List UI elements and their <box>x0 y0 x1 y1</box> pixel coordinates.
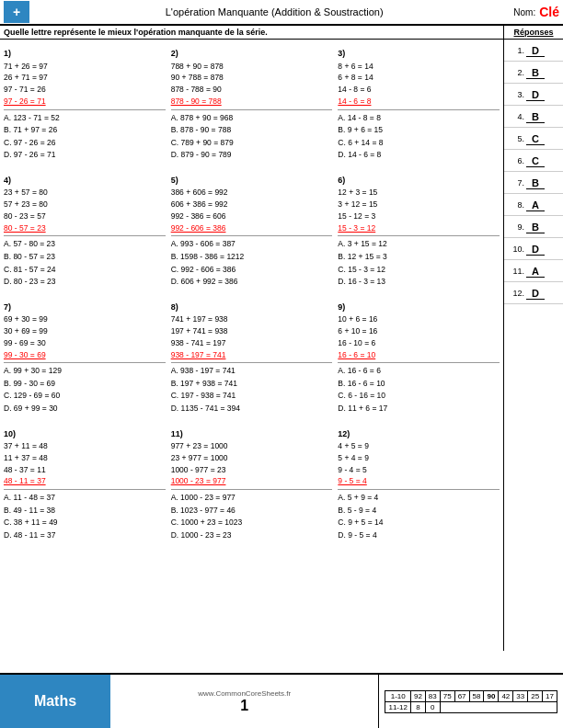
response-val: A <box>532 266 539 277</box>
response-val: D <box>532 244 539 255</box>
equation-line: 9 - 4 = 5 <box>338 464 500 476</box>
equation-line: 4 + 5 = 9 <box>338 440 500 452</box>
problem-num: 11) <box>171 429 183 438</box>
answer-choice: D. 606 + 992 = 386 <box>171 276 333 289</box>
answer-choice: B. 197 + 938 = 741 <box>171 378 333 391</box>
answer-choice: C. 197 - 938 = 741 <box>171 390 333 403</box>
response-line: D <box>526 287 545 300</box>
score-v6: 90 <box>484 690 499 701</box>
answer-choice: B. 1023 - 977 = 46 <box>171 505 333 518</box>
equation-line: 23 + 977 = 1000 <box>171 452 333 464</box>
problem-block: 12) 4 + 5 = 95 + 4 = 99 - 4 = 59 - 5 = 4… <box>338 428 500 542</box>
answer-choice: D. 69 + 99 = 30 <box>4 403 166 415</box>
problem-num: 3) <box>338 49 345 58</box>
answer-choice: A. 1000 - 23 = 977 <box>171 492 333 505</box>
response-num: 5. <box>508 134 524 143</box>
answer-choice: C. 6 + 14 = 8 <box>338 137 500 150</box>
equation-line: 48 - 37 = 11 <box>4 464 166 476</box>
answer-choice: B. 16 - 6 = 10 <box>338 378 500 391</box>
footer-page: 1 <box>240 698 248 714</box>
answer-choices: A. 11 - 48 = 37B. 49 - 11 = 38C. 38 + 11… <box>4 489 166 541</box>
equation-line: 12 + 3 = 15 <box>338 187 500 199</box>
answer-choice: A. 123 - 71 = 52 <box>4 112 166 125</box>
problem-num: 8) <box>171 302 178 312</box>
problem-num: 5) <box>171 176 178 185</box>
answer-choice: B. 99 - 30 = 69 <box>4 378 166 391</box>
equation-line: 16 - 10 = 6 <box>338 337 500 349</box>
response-line: D <box>526 243 545 256</box>
equation-line: 386 + 606 = 992 <box>171 187 333 199</box>
equation-line: 26 + 71 = 97 <box>4 72 166 84</box>
answer-choices: A. 57 - 80 = 23B. 80 - 57 = 23C. 81 - 57… <box>4 235 166 288</box>
score-v10: 17 <box>543 690 557 701</box>
score-range-1: 1-10 <box>385 690 410 701</box>
problem-block: 10) 37 + 11 = 4811 + 37 = 4848 - 37 = 11… <box>4 428 166 542</box>
highlight-equation: 15 - 3 = 12 <box>338 222 500 234</box>
answer-choice: D. 1000 - 23 = 23 <box>171 529 333 542</box>
equation-line: 71 + 26 = 97 <box>4 61 166 73</box>
answer-choices: A. 3 + 15 = 12B. 12 + 15 = 3C. 15 - 3 = … <box>338 235 500 288</box>
response-val: D <box>532 45 539 56</box>
response-item: 4. B <box>504 106 563 128</box>
equation-line: 878 - 788 = 90 <box>171 84 333 96</box>
response-line: B <box>526 66 545 79</box>
equation-line: 977 + 23 = 1000 <box>171 440 333 452</box>
response-num: 2. <box>508 68 524 77</box>
answer-choice: A. 16 - 6 = 6 <box>338 365 500 378</box>
highlight-equation: 99 - 30 = 69 <box>4 349 166 361</box>
nom-label: Nom: <box>513 7 535 17</box>
problem-block: 6) 12 + 3 = 153 + 12 = 1515 - 12 = 315 -… <box>338 175 500 289</box>
logo: + <box>4 1 29 23</box>
response-item: 2. B <box>504 62 563 84</box>
highlight-equation: 992 - 606 = 386 <box>171 222 333 234</box>
answer-choice: D. 1135 - 741 = 394 <box>171 403 333 415</box>
answer-choice: D. 48 - 11 = 37 <box>4 529 166 542</box>
response-val: A <box>532 199 539 210</box>
answer-choice: C. 6 - 16 = 10 <box>338 390 500 403</box>
response-item: 9. B <box>504 216 563 238</box>
problem-num: 12) <box>338 429 350 438</box>
response-val: B <box>532 111 539 122</box>
equation-line: 788 + 90 = 878 <box>171 61 333 73</box>
problem-block: 2) 788 + 90 = 87890 + 788 = 878878 - 788… <box>171 48 333 162</box>
response-line: D <box>526 88 545 101</box>
answer-choice: A. 878 + 90 = 968 <box>171 112 333 125</box>
answer-choice: C. 38 + 11 = 49 <box>4 517 166 529</box>
score-v7: 42 <box>499 690 513 701</box>
response-item: 12. D <box>504 282 563 304</box>
response-line: C <box>526 132 545 145</box>
answer-choice: A. 3 + 15 = 12 <box>338 238 500 251</box>
subtitle: Quelle lettre représente le mieux l'opér… <box>0 26 503 40</box>
answer-choice: C. 129 - 69 = 60 <box>4 390 166 403</box>
answer-choice: B. 80 - 57 = 23 <box>4 251 166 264</box>
problem-num: 6) <box>338 176 345 185</box>
problem-num: 7) <box>4 302 11 312</box>
equation-line: 57 + 23 = 80 <box>4 199 166 210</box>
response-num: 1. <box>508 46 524 55</box>
problem-block: 5) 386 + 606 = 992606 + 386 = 992992 - 3… <box>171 175 333 289</box>
response-item: 6. C <box>504 150 563 172</box>
score-v9: 25 <box>528 690 543 701</box>
response-item: 3. D <box>504 84 563 106</box>
response-val: D <box>532 89 539 100</box>
answer-choices: A. 1000 - 23 = 977B. 1023 - 977 = 46C. 1… <box>171 489 333 541</box>
answer-choice: A. 99 + 30 = 129 <box>4 365 166 378</box>
answer-choice: B. 5 - 9 = 4 <box>338 505 500 518</box>
response-num: 6. <box>508 156 524 165</box>
footer-website: www.CommonCoreSheets.fr <box>198 689 291 698</box>
answer-choice: C. 81 - 57 = 24 <box>4 264 166 277</box>
equation-line: 97 - 71 = 26 <box>4 84 166 96</box>
problem-block: 9) 10 + 6 = 166 + 10 = 1616 - 10 = 616 -… <box>338 301 500 415</box>
highlight-equation: 48 - 11 = 37 <box>4 475 166 487</box>
response-line: A <box>526 265 545 278</box>
equation-line: 14 - 8 = 6 <box>338 84 500 96</box>
response-item: 1. D <box>504 40 563 62</box>
problem-block: 4) 23 + 57 = 8057 + 23 = 8080 - 23 = 578… <box>4 175 166 289</box>
equation-line: 80 - 23 = 57 <box>4 210 166 222</box>
highlight-equation: 80 - 57 = 23 <box>4 222 166 234</box>
response-num: 8. <box>508 200 524 210</box>
response-val: C <box>532 155 539 166</box>
footer-maths-label: Maths <box>0 675 110 728</box>
response-num: 12. <box>508 289 524 298</box>
problem-block: 11) 977 + 23 = 100023 + 977 = 10001000 -… <box>171 428 333 542</box>
